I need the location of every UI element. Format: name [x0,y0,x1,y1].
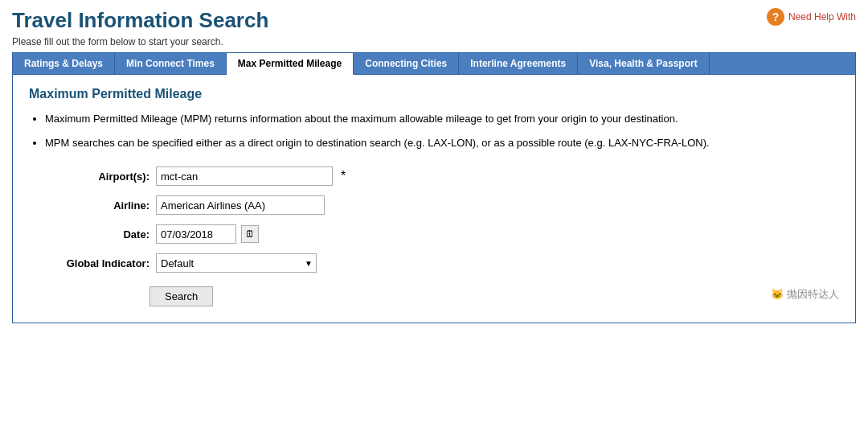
airline-row: Airline: [29,195,839,215]
required-marker: * [341,169,346,183]
airports-label: Airport(s): [29,171,149,183]
tab-min-connect[interactable]: Min Connect Times [115,53,227,74]
section-title: Maximum Permitted Mileage [29,87,839,101]
tab-ratings[interactable]: Ratings & Delays [13,53,115,74]
page-subtitle: Please fill out the form below to start … [12,36,268,47]
help-link-text: Need Help With [788,11,856,23]
tabs-bar: Ratings & Delays Min Connect Times Max P… [12,52,856,75]
tab-max-mileage[interactable]: Max Permitted Mileage [227,53,354,75]
info-bullet-2: MPM searches can be specified either as … [45,135,839,151]
date-field: 🗓 [156,224,259,244]
tab-interline[interactable]: Interline Agreements [459,53,578,74]
watermark: 🐱 抛因特达人 [771,287,839,302]
page-title: Travel Information Search [12,8,268,33]
airline-input[interactable] [156,195,325,215]
header-left: Travel Information Search Please fill ou… [12,8,268,47]
form: Airport(s): * Airline: Date: 🗓 [29,166,839,306]
airports-row: Airport(s): * [29,166,839,186]
search-button[interactable]: Search [149,286,213,306]
global-indicator-wrapper: Default AT PA TS AP FE ▼ [156,253,317,273]
tab-visa[interactable]: Visa, Health & Passport [578,53,710,74]
info-list: Maximum Permitted Mileage (MPM) returns … [45,111,839,150]
calendar-icon[interactable]: 🗓 [241,225,259,243]
global-indicator-field: Default AT PA TS AP FE ▼ [156,253,317,273]
bottom-row: Search 🐱 抛因特达人 [29,282,839,306]
airports-input[interactable] [156,166,333,186]
help-icon: ? [767,8,784,26]
tab-connecting[interactable]: Connecting Cities [354,53,459,74]
airline-field [156,195,325,215]
airline-label: Airline: [29,199,149,212]
content-area: Maximum Permitted Mileage Maximum Permit… [12,75,856,323]
global-indicator-label: Global Indicator: [29,257,149,269]
airports-field: * [156,166,346,186]
date-label: Date: [29,228,149,240]
date-input[interactable] [156,224,236,244]
global-indicator-row: Global Indicator: Default AT PA TS AP FE… [29,253,839,273]
header: Travel Information Search Please fill ou… [12,8,856,47]
help-link[interactable]: ? Need Help With [767,8,856,26]
date-row: Date: 🗓 [29,224,839,244]
info-bullet-1: Maximum Permitted Mileage (MPM) returns … [45,111,839,127]
global-indicator-select[interactable]: Default AT PA TS AP FE [156,253,317,273]
